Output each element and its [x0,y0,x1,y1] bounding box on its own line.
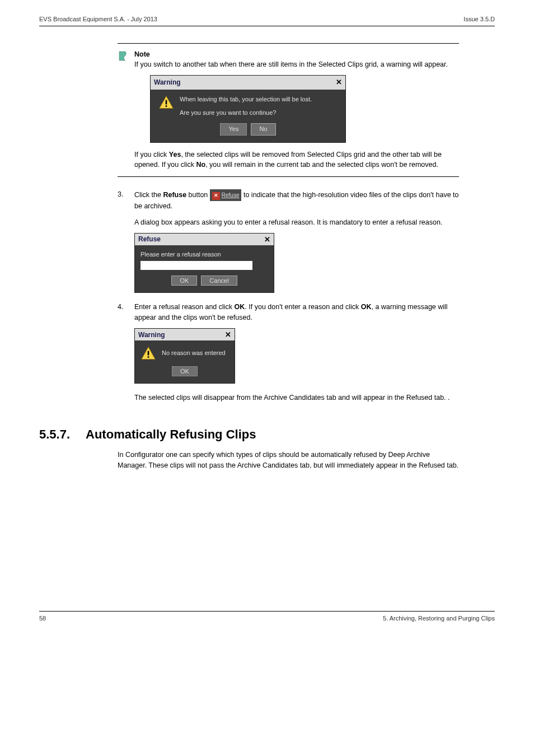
svg-rect-2 [148,351,149,356]
cancel-button[interactable]: Cancel [201,276,237,286]
heading-title: Automatically Refusing Clips [86,427,256,442]
note-after: If you click [134,151,169,158]
refusal-reason-input[interactable] [140,261,252,270]
footer-left: 58 [39,615,46,622]
refuse-dialog: Refuse ✕ Please enter a refusal reason O… [134,233,274,293]
step4-pre: Enter a refusal reason and click [134,303,235,311]
footer-right: 5. Archiving, Restoring and Purging Clip… [383,615,495,622]
header-left: EVS Broadcast Equipment S.A. - July 2013 [39,16,157,22]
header-right: Issue 3.5.D [463,16,495,22]
dialog2-label: Please enter a refusal reason [140,251,268,258]
ok-button[interactable]: OK [171,276,197,286]
heading-num: 5.5.7. [39,427,70,442]
no-reason-dialog: Warning ✕ No reason was entered OK [134,328,235,384]
step-4: 4. Enter a refusal reason and click OK. … [118,302,459,323]
svg-rect-0 [166,100,167,105]
step4-num: 4. [118,302,127,323]
dialog1-title: Warning [154,78,181,87]
step3-num: 3. [118,189,127,212]
warning-triangle-icon [158,95,174,110]
dialog3-msg: No reason was entered [162,346,226,356]
last-paragraph: The selected clips will disappear from t… [134,393,459,403]
dialog1-line1: When leaving this tab, your selection wi… [180,95,312,104]
close-icon[interactable]: ✕ [264,235,270,244]
ok-button[interactable]: OK [172,366,198,376]
dialog3-title: Warning [138,331,165,339]
refuse-btn-label: Refuse [222,192,240,198]
note-after3: , you will remain in the current tab and… [205,161,438,169]
no-button[interactable]: No [251,123,275,136]
dialog1-line2: Are you sure you want to continue? [180,109,312,118]
warning-dialog-leave-tab: Warning ✕ [150,75,346,143]
refuse-inline-button[interactable]: ✕Refuse [210,189,242,201]
section-body: In Configurator one can specify which ty… [118,450,459,471]
section-heading: 5.5.7. Automatically Refusing Clips [39,427,495,442]
step3-post: button [186,191,210,199]
page-header: EVS Broadcast Equipment S.A. - July 2013… [39,16,495,26]
dialog2-title: Refuse [138,235,161,243]
note-text1: If you switch to another tab when there … [134,60,448,68]
close-icon[interactable]: ✕ [225,330,231,339]
yes-button[interactable]: Yes [220,123,247,136]
warning-triangle-icon [140,346,156,361]
step3-sub: A dialog box appears asking you to enter… [134,217,459,227]
step4-ok2: OK [361,303,372,311]
x-icon: ✕ [212,192,220,200]
note-no: No [196,161,205,169]
page-footer: 58 5. Archiving, Restoring and Purging C… [39,611,495,622]
close-icon[interactable]: ✕ [336,77,342,88]
step3-refuse: Refuse [163,191,186,199]
step4-mid: . If you don't enter a reason and click [245,303,360,311]
svg-rect-1 [166,105,167,107]
svg-rect-3 [148,356,149,358]
note-label: Note [134,50,150,58]
note-box: Note If you switch to another tab when t… [118,43,459,177]
note-icon [118,50,129,62]
step4-ok: OK [235,303,245,311]
step-3: 3. Click the Refuse button ✕Refuse to in… [118,189,459,212]
note-yes: Yes [169,151,181,158]
step3-pre: Click the [134,191,163,199]
